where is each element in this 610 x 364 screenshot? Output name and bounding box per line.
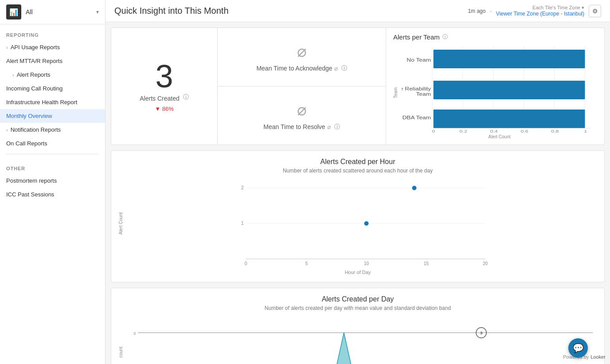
svg-text:0.6: 0.6 — [520, 129, 528, 133]
day-chart-body: count 2 3 3 — [118, 317, 597, 364]
svg-text:3: 3 — [480, 330, 483, 335]
sidebar-item-label: Postmortem reports — [6, 177, 57, 184]
sidebar-item-notification-reports[interactable]: › Notification Reports — [0, 123, 105, 137]
sidebar-item-label: Infrastructure Health Report — [6, 99, 77, 106]
svg-text:0: 0 — [245, 261, 247, 266]
sidebar-item-alert-mtta[interactable]: Alert MTTA/R Reports — [0, 54, 105, 68]
arrow-icon: › — [6, 45, 8, 50]
mttr-cell: ⌀ Mean Time to Resolve ⌀ ⓘ — [218, 86, 386, 145]
sidebar-item-label: Monthly Overview — [6, 113, 52, 119]
svg-text:DBA Team: DBA Team — [402, 115, 431, 121]
sidebar-header[interactable]: 📊 All ▾ — [0, 0, 105, 24]
svg-text:15: 15 — [424, 261, 429, 266]
svg-text:10: 10 — [364, 261, 369, 266]
sidebar-item-label: Incoming Call Routing — [6, 85, 63, 92]
alerts-created-tile: 3 Alerts Created ⓘ ▼ 86% — [111, 28, 218, 145]
alerts-per-team-tile: Alerts per Team ⓘ Team — [386, 28, 604, 145]
svg-point-31 — [364, 221, 369, 226]
time-zone-info: Each Tile's Time Zone ▾ Viewer Time Zone… — [496, 5, 584, 17]
svg-rect-12 — [434, 110, 585, 128]
hour-chart-subtitle: Number of alerts created scattered aroun… — [118, 168, 597, 174]
team-chart-wrapper: Team No Team — [393, 46, 597, 139]
tz-label: Each Tile's Time Zone ▾ — [496, 5, 584, 11]
alerts-per-day-tile: Alerts Created per Day Number of alerts … — [111, 288, 605, 364]
alerts-per-hour-tile: Alerts Created per Hour Number of alerts… — [111, 150, 605, 282]
sidebar-item-label: Alert MTTA/R Reports — [6, 58, 63, 64]
main-content: Quick Insight into This Month 1m ago · E… — [106, 0, 610, 364]
team-bars-container: No Team Site Reliability Team DBA Team — [402, 46, 597, 139]
svg-text:No Team: No Team — [407, 58, 431, 63]
sidebar-divider — [6, 154, 99, 154]
header-right: 1m ago · Each Tile's Time Zone ▾ Viewer … — [468, 5, 601, 17]
mttr-label: Mean Time to Resolve — [263, 123, 325, 130]
info-icon[interactable]: ⓘ — [183, 93, 189, 101]
mtta-null-suffix: ⌀ — [334, 65, 338, 72]
mtta-mttr-col: ⌀ Mean Time to Acknowledge ⌀ ⓘ ⌀ Mean Ti… — [218, 28, 386, 145]
sidebar-item-postmortem[interactable]: Postmortem reports — [0, 174, 105, 188]
svg-rect-10 — [434, 81, 585, 99]
sidebar-all-label: All — [26, 8, 92, 16]
mtta-label: Mean Time to Acknowledge — [256, 65, 332, 72]
mttr-null-icon: ⌀ — [297, 101, 307, 119]
hour-scatter-svg: 1 2 0 5 10 15 20 — [125, 179, 597, 268]
brand-name: Looker — [590, 354, 606, 360]
svg-point-32 — [412, 186, 417, 190]
mttr-info-icon[interactable]: ⓘ — [334, 123, 340, 131]
svg-text:5: 5 — [305, 261, 308, 266]
sidebar-item-infrastructure[interactable]: Infrastructure Health Report — [0, 95, 105, 109]
svg-text:1: 1 — [241, 221, 244, 226]
alerts-per-team-title: Alerts per Team — [393, 33, 440, 41]
svg-text:0.8: 0.8 — [551, 129, 559, 133]
sidebar-item-monthly-overview[interactable]: Monthly Overview — [0, 109, 105, 123]
arrow-icon: › — [12, 72, 14, 78]
mtta-info-icon[interactable]: ⓘ — [341, 64, 347, 72]
x-axis-label: Alert Count — [402, 134, 597, 139]
sidebar-item-label: Notification Reports — [11, 126, 61, 133]
last-updated: 1m ago — [468, 8, 485, 14]
day-chart-svg: 2 3 3 — [125, 317, 597, 364]
sidebar-item-alert-reports[interactable]: › Alert Reports — [0, 68, 105, 82]
sidebar-item-label: Alert Reports — [17, 71, 51, 78]
alerts-created-label: Alerts Created — [140, 95, 179, 102]
sidebar-item-api-usage[interactable]: › API Usage Reports — [0, 40, 105, 54]
svg-text:20: 20 — [483, 261, 488, 266]
reporting-section-label: REPORTING — [0, 24, 105, 40]
svg-text:Site Reliability: Site Reliability — [402, 86, 431, 92]
sidebar-item-label: On Call Reports — [6, 140, 47, 147]
sidebar-chevron-icon: ▾ — [96, 9, 99, 15]
mttr-null-suffix: ⌀ — [327, 123, 331, 130]
hour-y-axis-label: Alert Count — [118, 212, 123, 235]
sidebar-item-icc-past[interactable]: ICC Past Sessions — [0, 188, 105, 201]
alerts-per-team-header: Alerts per Team ⓘ — [393, 33, 597, 41]
page-title: Quick Insight into This Month — [114, 6, 229, 16]
mtta-cell: ⌀ Mean Time to Acknowledge ⌀ ⓘ — [218, 28, 386, 86]
svg-text:2: 2 — [241, 185, 244, 190]
svg-text:1: 1 — [584, 129, 587, 133]
svg-text:Team: Team — [416, 92, 431, 97]
hour-x-axis-label: Hour of Day — [118, 270, 597, 275]
main-header: Quick Insight into This Month 1m ago · E… — [106, 0, 610, 22]
middle-row: Alerts Created per Hour Number of alerts… — [111, 150, 605, 282]
analytics-icon: 📊 — [9, 8, 18, 16]
day-y-axis-label: count — [118, 347, 123, 357]
alerts-per-team-info-icon[interactable]: ⓘ — [442, 33, 448, 41]
sidebar-item-label: API Usage Reports — [11, 44, 60, 51]
svg-text:0.2: 0.2 — [460, 129, 467, 133]
mtta-null-icon: ⌀ — [297, 42, 307, 61]
day-chart-title: Alerts Created per Day — [118, 295, 597, 303]
sidebar: 📊 All ▾ REPORTING › API Usage Reports Al… — [0, 0, 106, 364]
team-bar-chart-svg: No Team Site Reliability Team DBA Team — [402, 46, 597, 133]
chat-button[interactable]: 💬 — [568, 338, 588, 358]
sidebar-item-on-call-reports[interactable]: On Call Reports — [0, 137, 105, 150]
settings-button[interactable]: ⚙ — [589, 5, 601, 17]
sidebar-item-incoming-call[interactable]: Incoming Call Routing — [0, 82, 105, 95]
hour-chart-title: Alerts Created per Hour — [118, 158, 597, 166]
dashboard: 3 Alerts Created ⓘ ▼ 86% ⌀ Mean Time to … — [106, 22, 610, 364]
top-row: 3 Alerts Created ⓘ ▼ 86% ⌀ Mean Time to … — [111, 27, 605, 145]
alerts-created-change: ▼ 86% — [155, 106, 174, 112]
day-chart-subtitle: Number of alerts created per day with me… — [118, 305, 597, 311]
sidebar-item-label: ICC Past Sessions — [6, 191, 54, 198]
svg-text:0.4: 0.4 — [490, 129, 497, 133]
other-section-label: OTHER — [0, 158, 105, 174]
arrow-icon: › — [6, 127, 8, 133]
